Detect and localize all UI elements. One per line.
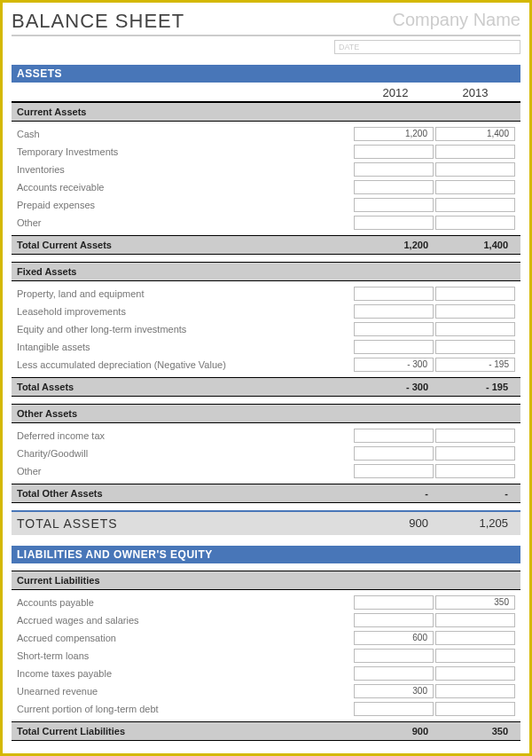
row-other-oa: Other — [12, 462, 520, 480]
total-current-assets: Total Current Assets1,2001,400 — [12, 235, 520, 255]
row-temp-inv: Temporary Investments — [12, 143, 520, 161]
row-intangible: Intangible assets — [12, 338, 520, 356]
cell-cash-y1[interactable]: 1,200 — [354, 127, 434, 141]
cell-loans-y2[interactable] — [435, 649, 515, 663]
year-2: 2013 — [435, 86, 515, 99]
cell-prepaid-y1[interactable] — [354, 198, 434, 212]
cell-unearn-y2[interactable] — [435, 684, 515, 698]
cell-wages-y1[interactable] — [354, 613, 434, 627]
row-ar: Accounts receivable — [12, 178, 520, 196]
company-name-placeholder: Company Name — [392, 10, 520, 30]
cell-tempinv-y2[interactable] — [435, 145, 515, 159]
cell-ap-y2[interactable]: 350 — [435, 595, 515, 610]
total-assets-grand: TOTAL ASSETS9001,205 — [12, 510, 520, 535]
cell-inv-y1[interactable] — [354, 162, 434, 177]
cell-char-y1[interactable] — [354, 446, 434, 461]
row-loans: Short-term loans — [12, 647, 520, 665]
cell-ltd-y2[interactable] — [435, 702, 515, 716]
cell-dep-y1[interactable]: - 300 — [354, 358, 434, 372]
date-input[interactable]: DATE — [334, 40, 520, 54]
cell-ar-y1[interactable] — [354, 180, 434, 194]
cell-eqlt-y2[interactable] — [435, 322, 515, 336]
cell-lease-y2[interactable] — [435, 304, 515, 319]
cell-intan-y2[interactable] — [435, 340, 515, 354]
cell-othoa-y2[interactable] — [435, 464, 515, 478]
total-fixed-assets: Total Assets- 300- 195 — [12, 377, 520, 397]
cell-tax-y1[interactable] — [354, 666, 434, 681]
cell-otherca-y1[interactable] — [354, 216, 434, 230]
cell-comp-y2[interactable] — [435, 631, 515, 645]
row-equity-lt: Equity and other long-term investments — [12, 320, 520, 338]
row-deferred: Deferred income tax — [12, 427, 520, 445]
cell-def-y1[interactable] — [354, 429, 434, 443]
row-taxes: Income taxes payable — [12, 665, 520, 682]
subheader-fixed-assets: Fixed Assets — [12, 262, 520, 281]
cell-dep-y2[interactable]: - 195 — [435, 358, 515, 372]
cell-inv-y2[interactable] — [435, 162, 515, 177]
cell-otherca-y2[interactable] — [435, 216, 515, 230]
row-less-dep: Less accumulated depreciation (Negative … — [12, 356, 520, 374]
cell-def-y2[interactable] — [435, 429, 515, 443]
total-other-assets: Total Other Assets-- — [12, 484, 520, 503]
row-wages: Accrued wages and salaries — [12, 611, 520, 629]
year-1: 2012 — [356, 86, 435, 99]
cell-prepaid-y2[interactable] — [435, 198, 515, 212]
cell-ar-y2[interactable] — [435, 180, 515, 194]
row-prepaid: Prepaid expenses — [12, 196, 520, 214]
section-liabilities: LIABILITIES AND OWNER'S EQUITY — [12, 546, 520, 563]
cell-eqlt-y1[interactable] — [354, 322, 434, 336]
row-property: Property, land and equipment — [12, 285, 520, 303]
row-cash: Cash1,2001,400 — [12, 125, 520, 143]
year-header-row: 2012 2013 — [12, 83, 520, 102]
cell-loans-y1[interactable] — [354, 649, 434, 663]
row-ap: Accounts payable350 — [12, 594, 520, 611]
row-charity: Charity/Goodwill — [12, 445, 520, 462]
row-unearned: Unearned revenue300 — [12, 682, 520, 700]
section-assets: ASSETS — [12, 65, 520, 83]
row-other-ca: Other — [12, 214, 520, 232]
subheader-current-liab: Current Liabilities — [12, 571, 520, 590]
cell-char-y2[interactable] — [435, 446, 515, 461]
cell-tempinv-y1[interactable] — [354, 145, 434, 159]
cell-prop-y1[interactable] — [354, 287, 434, 301]
cell-prop-y2[interactable] — [435, 287, 515, 301]
cell-comp-y1[interactable]: 600 — [354, 631, 434, 645]
row-inventories: Inventories — [12, 161, 520, 178]
cell-ap-y1[interactable] — [354, 595, 434, 610]
subheader-other-assets: Other Assets — [12, 404, 520, 423]
cell-ltd-y1[interactable] — [354, 702, 434, 716]
cell-intan-y1[interactable] — [354, 340, 434, 354]
row-ltdebt: Current portion of long-term debt — [12, 700, 520, 718]
cell-cash-y2[interactable]: 1,400 — [435, 127, 515, 141]
total-current-liab: Total Current Liabilities900350 — [12, 721, 520, 741]
cell-othoa-y1[interactable] — [354, 464, 434, 478]
cell-lease-y1[interactable] — [354, 304, 434, 319]
subheader-current-assets: Current Assets — [12, 102, 520, 122]
cell-tax-y2[interactable] — [435, 666, 515, 681]
page-title: BALANCE SHEET — [12, 10, 184, 33]
cell-wages-y2[interactable] — [435, 613, 515, 627]
row-leasehold: Leasehold improvements — [12, 303, 520, 320]
row-comp: Accrued compensation600 — [12, 629, 520, 647]
cell-unearn-y1[interactable]: 300 — [354, 684, 434, 698]
